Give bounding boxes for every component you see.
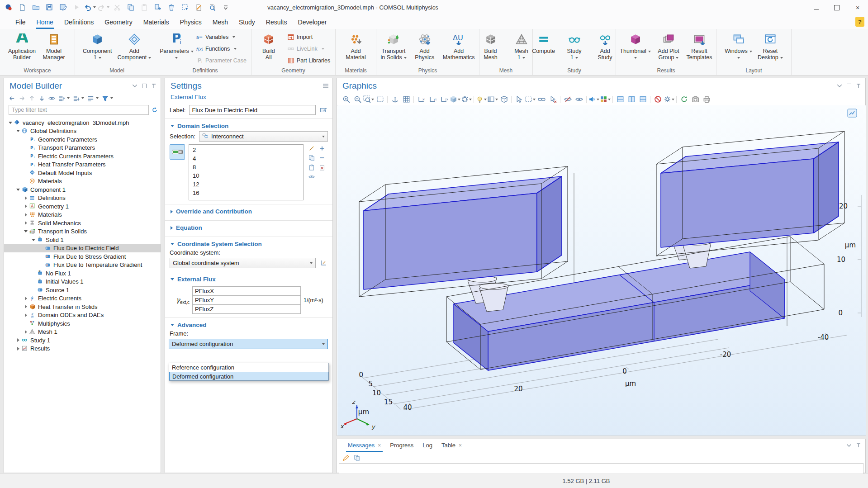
domain-list-item[interactable]: 2 <box>189 146 303 154</box>
tree-item-flux-due-to-stress-gradient[interactable]: Flux Due to Stress Gradient <box>4 252 161 261</box>
show-icon[interactable] <box>47 94 56 102</box>
adjacent-selection-icon[interactable] <box>536 95 547 104</box>
tree-item-definitions[interactable]: Definitions <box>4 194 161 203</box>
zoom-out-icon[interactable] <box>352 95 363 104</box>
tree-item-study-1[interactable]: Study 1 <box>4 336 161 345</box>
selection-dropdown[interactable]: Interconnect <box>199 131 328 142</box>
tree-item-heat-transfer-parameters[interactable]: PiHeat Transfer Parameters <box>4 161 161 169</box>
tree-expander-icon[interactable] <box>23 213 28 217</box>
collapse-all-icon[interactable] <box>57 94 71 102</box>
tree-item-heat-transfer-in-solids[interactable]: Heat Transfer in Solids <box>4 303 161 311</box>
paste-selection-icon[interactable] <box>307 163 316 171</box>
create-selection-icon[interactable] <box>307 144 316 152</box>
ribbon-button-application-builder[interactable]: AApplicationBuilder <box>6 30 38 67</box>
forward-icon[interactable] <box>18 94 26 102</box>
ribbon-button-add-mathematics[interactable]: ΔUAddMathematics <box>441 30 477 67</box>
tree-expander-icon[interactable] <box>23 330 28 334</box>
customize-toolbar-icon[interactable] <box>220 1 232 13</box>
open-file-icon[interactable] <box>30 1 42 13</box>
ribbon-button-add-physics[interactable]: AddPhysics <box>410 30 440 67</box>
external-flux-field-y[interactable] <box>192 295 301 304</box>
minimize-button[interactable] <box>806 0 826 15</box>
split-quad-icon[interactable] <box>637 95 648 104</box>
app-logo-icon[interactable] <box>3 1 14 13</box>
tree-expander-icon[interactable] <box>15 347 21 351</box>
messages-tab-progress[interactable]: Progress <box>385 439 418 452</box>
ribbon-button-compute[interactable]: Compute <box>529 30 559 67</box>
add-to-selection-icon[interactable] <box>318 144 326 152</box>
tree-item-source-1[interactable]: Source 1 <box>4 286 161 294</box>
plot-context-icon[interactable] <box>848 109 857 117</box>
menu-tab-results[interactable]: Results <box>261 15 293 29</box>
split-horizontal-icon[interactable] <box>615 95 626 104</box>
section-advanced[interactable]: Advanced <box>165 318 332 330</box>
close-tab-icon[interactable]: × <box>378 439 381 452</box>
split-vertical-icon[interactable] <box>626 95 637 104</box>
deselect-icon[interactable] <box>547 95 558 104</box>
tree-item-materials[interactable]: Materials <box>4 177 161 186</box>
close-button[interactable]: × <box>847 0 868 15</box>
tree-expander-icon[interactable] <box>23 305 28 308</box>
section-external-flux[interactable]: External Flux <box>165 272 332 284</box>
selection-disable-icon[interactable] <box>652 95 663 104</box>
show-hidden-icon[interactable] <box>574 95 584 104</box>
ribbon-button-variables[interactable]: a=Variables <box>193 31 249 43</box>
section-coordinate-system[interactable]: Coordinate System Selection <box>165 237 332 249</box>
close-tab-icon[interactable]: × <box>459 439 462 452</box>
graphics-canvas[interactable]: 051015µm40200-20-40µm20100µmxyz <box>337 105 865 435</box>
tree-item-initial-values-1[interactable]: DInitial Values 1 <box>4 278 161 286</box>
rotate-view-icon[interactable] <box>461 95 472 104</box>
messages-tab-log[interactable]: Log <box>418 439 437 452</box>
ribbon-button-import[interactable]: Import <box>285 31 333 43</box>
ribbon-button-add-plot-group[interactable]: Add PlotGroup <box>654 30 683 67</box>
frame-combobox[interactable]: Deformed configuration <box>169 339 328 349</box>
menu-tab-home[interactable]: Home <box>31 15 59 29</box>
view-zx-icon[interactable]: zx <box>438 95 449 104</box>
menu-tab-developer[interactable]: Developer <box>293 15 332 29</box>
tree-item-geometric-parameters[interactable]: PiGeometric Parameters <box>4 135 161 144</box>
cut-icon[interactable] <box>111 1 123 13</box>
clear-selection-icon[interactable] <box>318 163 326 171</box>
select-icon[interactable] <box>513 95 524 104</box>
tree-item-flux-due-to-electric-field[interactable]: Flux Due to Electric Field <box>4 244 161 253</box>
hide-selected-icon[interactable] <box>562 95 573 104</box>
tree-expander-icon[interactable] <box>23 230 28 232</box>
undo-icon[interactable] <box>84 1 96 13</box>
settings-menu-icon[interactable] <box>323 83 329 89</box>
go-to-default-view-icon[interactable] <box>389 95 400 104</box>
tree-item-mesh-1[interactable]: Mesh 1 <box>4 328 161 336</box>
move-up-icon[interactable] <box>28 94 36 102</box>
panel-menu-icon[interactable] <box>846 442 852 449</box>
appearance-icon[interactable] <box>600 95 611 104</box>
duplicate-icon[interactable] <box>152 1 164 13</box>
panel-menu-icon[interactable] <box>132 83 138 89</box>
ribbon-button-reset-desktop[interactable]: ResetDesktop <box>755 30 785 67</box>
domain-list-item[interactable]: 8 <box>189 163 303 171</box>
tree-expander-icon[interactable] <box>23 221 28 225</box>
menu-tab-mesh[interactable]: Mesh <box>207 15 233 29</box>
remove-from-selection-icon[interactable] <box>318 154 326 161</box>
view-xy-icon[interactable]: xy <box>416 95 427 104</box>
snapshot-icon[interactable] <box>690 95 701 104</box>
tree-expander-icon[interactable] <box>15 338 21 342</box>
redo-icon[interactable] <box>98 1 109 13</box>
show-grid-icon[interactable] <box>401 95 412 104</box>
tree-item-geometry-1[interactable]: AGeometry 1 <box>4 202 161 211</box>
run-icon[interactable] <box>71 1 82 13</box>
tree-item-solid-1[interactable]: DSolid 1 <box>4 236 161 244</box>
filter-icon[interactable] <box>101 94 114 102</box>
tree-expander-icon[interactable] <box>8 122 13 124</box>
back-icon[interactable] <box>8 94 16 102</box>
tree-item-transport-in-solids[interactable]: Transport in Solids <box>4 227 161 236</box>
active-toggle-button[interactable] <box>170 144 185 160</box>
rename-icon[interactable] <box>319 106 328 114</box>
domain-list-item[interactable]: 10 <box>189 171 303 180</box>
print-icon[interactable] <box>701 95 712 104</box>
tree-item-global-definitions[interactable]: Global Definitions <box>4 127 161 136</box>
domain-list-item[interactable]: 12 <box>189 180 303 189</box>
section-domain-selection[interactable]: Domain Selection <box>165 119 332 131</box>
clear-marker-icon[interactable] <box>193 1 204 13</box>
tree-expander-icon[interactable] <box>15 130 21 132</box>
domain-list-item[interactable]: 16 <box>189 189 303 197</box>
panel-float-icon[interactable] <box>141 83 147 89</box>
